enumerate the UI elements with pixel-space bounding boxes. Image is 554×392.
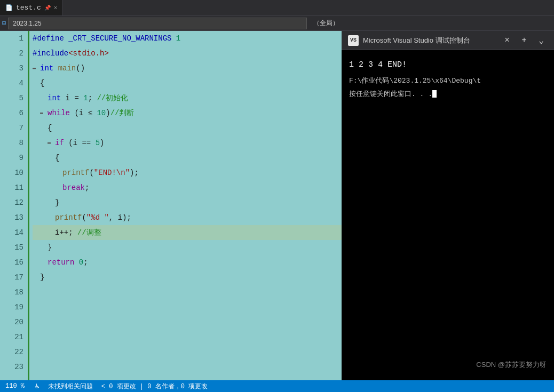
code-line-6: ▬while (i ≤ 10)//判断 xyxy=(33,106,342,121)
no-issues-label: 未找到相关问题 xyxy=(48,382,93,391)
accessibility-icon: ♿ xyxy=(35,382,39,390)
terminal-path-line: F:\作业代码\2023.1.25\x64\Debug\t xyxy=(349,76,547,87)
code-line-7: { xyxy=(33,121,342,135)
code-line-22 xyxy=(33,345,342,359)
code-line-23 xyxy=(33,359,342,374)
tab-close-icon[interactable]: × xyxy=(54,5,58,11)
terminal-controls: × + ⌄ xyxy=(501,35,548,46)
status-bar: 110 % ♿ 未找到相关问题 < 0 项更改 | 0 名作者，0 项更改 xyxy=(0,380,554,392)
terminal-title: Microsoft Visual Studio 调试控制台 xyxy=(363,36,496,45)
code-content[interactable]: #define _CRT_SECURE_NO_WARNINGS 1 #inclu… xyxy=(29,31,342,380)
code-line-5: int i = 1; //初始化 xyxy=(33,91,342,106)
tab-pin-icon[interactable]: 📌 xyxy=(44,5,51,11)
code-line-21 xyxy=(33,330,342,345)
code-line-10: printf("END!\n"); xyxy=(33,165,342,180)
code-line-19 xyxy=(33,300,342,315)
code-line-4: { xyxy=(33,76,342,91)
code-line-17: } xyxy=(33,270,342,285)
terminal-cursor xyxy=(432,90,437,98)
collapse-btn-8[interactable]: ▬ xyxy=(48,135,54,150)
terminal-header: VS Microsoft Visual Studio 调试控制台 × + ⌄ xyxy=(342,31,554,50)
code-line-3: ▬int main() xyxy=(33,61,342,76)
code-line-1: #define _CRT_SECURE_NO_WARNINGS 1 xyxy=(33,31,342,46)
terminal-pane: VS Microsoft Visual Studio 调试控制台 × + ⌄ 1… xyxy=(342,31,554,380)
terminal-new-tab-btn[interactable]: + xyxy=(518,36,531,45)
terminal-output-line: 1 2 3 4 END! xyxy=(349,59,547,71)
terminal-dropdown-btn[interactable]: ⌄ xyxy=(535,35,548,46)
main-area: 1 2 3 4 5 6 7 8 9 10 11 12 13 14 15 16 1… xyxy=(0,31,554,380)
code-line-15: } xyxy=(33,240,342,255)
editor-pane: 1 2 3 4 5 6 7 8 9 10 11 12 13 14 15 16 1… xyxy=(0,31,342,380)
code-line-18 xyxy=(33,285,342,300)
code-line-8: ▬if (i == 5) xyxy=(33,135,342,150)
code-line-12: } xyxy=(33,195,342,210)
code-line-2: #include<stdio.h> xyxy=(33,46,342,61)
code-line-20 xyxy=(33,315,342,330)
code-area: 1 2 3 4 5 6 7 8 9 10 11 12 13 14 15 16 1… xyxy=(0,31,342,380)
collapse-btn-3[interactable]: ▬ xyxy=(33,61,39,76)
toolbar: ⊞ （全局） xyxy=(0,16,554,31)
nav-back-icon[interactable]: ⊞ xyxy=(2,19,6,27)
vs-icon: VS xyxy=(348,35,359,46)
code-line-13: printf("%d ", i); xyxy=(33,210,342,225)
collapse-btn-6[interactable]: ▬ xyxy=(40,106,46,121)
code-line-9: { xyxy=(33,150,342,165)
code-line-11: break; xyxy=(33,180,342,195)
code-line-14: i++; //调整 xyxy=(33,225,342,240)
file-icon: 📄 xyxy=(5,4,13,11)
line-numbers: 1 2 3 4 5 6 7 8 9 10 11 12 13 14 15 16 1… xyxy=(0,31,29,380)
full-screen-label: （全局） xyxy=(313,19,339,28)
terminal-close-btn[interactable]: × xyxy=(501,36,513,45)
tab-filename: test.c xyxy=(16,4,41,12)
terminal-body: 1 2 3 4 END! F:\作业代码\2023.1.25\x64\Debug… xyxy=(342,50,554,380)
code-line-16: return 0; xyxy=(33,255,342,270)
changes-label: < 0 项更改 | 0 名作者，0 项更改 xyxy=(101,382,208,391)
file-path-input[interactable] xyxy=(8,18,307,29)
watermark: CSDN @苏苏要努力呀 xyxy=(476,359,547,371)
file-tab[interactable]: 📄 test.c 📌 × xyxy=(0,0,63,15)
tab-bar: 📄 test.c 📌 × xyxy=(0,0,554,16)
zoom-level: 110 % xyxy=(5,382,25,390)
terminal-prompt-line: 按任意键关闭此窗口. . . xyxy=(349,89,547,100)
